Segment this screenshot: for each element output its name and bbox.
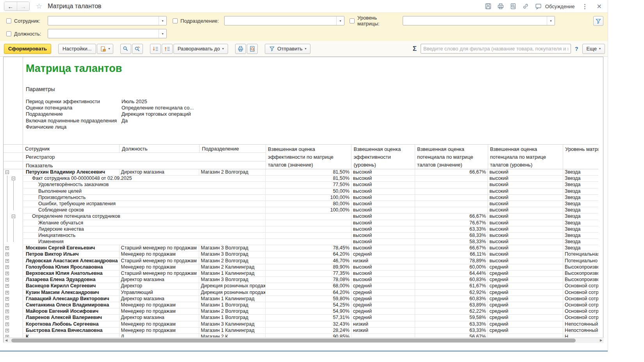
expand-group-icon[interactable]: + [5,246,9,250]
cell-matrix-level[interactable]: Потенциальная [563,251,598,258]
employee-checkbox[interactable] [6,18,11,23]
cell-eff-level[interactable]: высокий [351,277,415,283]
cell-pot-value[interactable] [415,195,488,201]
cell-pot-level[interactable]: высокий [488,182,563,188]
cell-pot-value[interactable]: 66,67% [415,213,488,220]
cell-pot-value[interactable]: 66,67% [415,169,488,176]
cell-eff-level[interactable]: низкий [351,258,415,264]
cell-eff-value[interactable]: 100,00% [266,195,351,201]
matrix-level-combobox[interactable]: ▾ [403,16,555,25]
cell-department[interactable]: Магазин 3 Волгоград [199,251,266,258]
cell-eff-value[interactable]: 64,20% [266,290,351,296]
cell-eff-value[interactable] [266,239,351,245]
cell-eff-level[interactable]: средний [351,296,415,302]
cell-pot-level[interactable]: высокий [488,213,563,220]
cell-pot-level[interactable] [488,334,563,337]
cell-matrix-level[interactable]: Звезда [563,188,598,195]
sum-sigma-icon[interactable]: Σ [413,45,417,53]
cell-eff-level[interactable]: высокий [351,264,415,271]
cell-matrix-level[interactable]: Звезда [563,213,598,220]
cell-pot-level[interactable]: высокий [488,188,563,195]
cell-eff-value[interactable]: 64,20% [266,251,351,258]
more-menu-icon[interactable]: ⋮ [580,3,590,10]
cell-department[interactable]: Магазин 3 Волгоград [199,245,266,251]
cell-pot-value[interactable]: 76,67% [415,220,488,226]
column-header-eff-level[interactable]: Взвешенная оценка эффективности (уровень… [351,145,415,169]
table-row[interactable]: Лидерские качествавысокий63,33%высокийЗв… [4,226,598,233]
cell-pot-value[interactable]: 60,83% [415,296,488,302]
cell-eff-value[interactable]: 81,50% [266,176,351,182]
cell-pot-value[interactable]: 64,44% [415,271,488,277]
cell-employee[interactable]: Верховская Юлия Анатольевна [23,271,120,277]
cell-eff-level[interactable]: высокий [351,239,415,245]
cell-eff-value[interactable] [266,233,351,239]
table-row[interactable]: −Факт сотрудника 00-00000048 от 02.09.20… [4,176,598,182]
cell-employee[interactable]: Лидерские качества [23,226,266,233]
cell-pot-value[interactable] [415,207,488,213]
cell-pot-level[interactable]: высокий [488,226,563,233]
cell-eff-value[interactable]: 100,00% [266,207,351,213]
cell-employee[interactable]: Кузин Максим Александрович [23,290,120,296]
cell-pot-value[interactable]: 58,33% [415,239,488,245]
cell-pot-level[interactable]: высокий [488,220,563,226]
cell-position[interactable]: Менеджер по продажам [120,302,200,308]
cell-employee[interactable]: Сметанкина Олеся Владимировна [23,302,120,308]
cell-eff-level[interactable]: высокий [351,182,415,188]
employee-input[interactable] [48,16,159,25]
cell-eff-level[interactable]: высокий [351,220,415,226]
cell-pot-level[interactable]: средний [488,321,563,328]
position-checkbox[interactable] [6,31,11,36]
table-row[interactable]: +КДМагазин 2 К90,85%56,67%Н [4,334,598,337]
table-row[interactable]: Удовлетворённость заказчиков77,50%высоки… [4,182,598,188]
cell-matrix-level[interactable]: Звезда [563,182,598,188]
cell-pot-level[interactable]: средний [488,290,563,296]
cell-matrix-level[interactable]: Основной сотру [563,308,598,315]
help-button[interactable]: ? [575,46,578,52]
expand-groups-button[interactable] [162,44,173,54]
expand-to-button[interactable]: Разворачивать до▾ [173,44,228,54]
cell-department[interactable]: Магазин 3 Калининград [199,321,266,328]
cell-employee[interactable]: Ледовская Анастасия Александровна [23,258,120,264]
cell-pot-level[interactable]: средний [488,264,563,271]
cell-matrix-level[interactable]: Основной сотру [563,315,598,321]
chevron-down-icon[interactable]: ▾ [336,16,344,25]
cell-pot-value[interactable]: 62,22% [415,308,488,315]
cell-eff-value[interactable]: 77,35% [266,271,351,277]
cell-eff-value[interactable]: 80,00% [266,201,351,207]
table-row[interactable]: Желание обучатьсявысокий76,67%высокийЗве… [4,220,598,226]
cell-eff-level[interactable]: низкий [351,321,415,328]
collapse-group-icon[interactable]: − [5,170,9,174]
cell-pot-level[interactable]: высокий [488,258,563,264]
cell-position[interactable]: Директор магазина [120,315,200,321]
cell-employee[interactable]: Соблюдение сроков [23,207,266,213]
cell-eff-level[interactable]: средний [351,290,415,296]
cell-employee[interactable]: Короткова Любовь Сергеевна [23,321,120,328]
cell-pot-level[interactable]: средний [488,302,563,308]
chevron-down-icon[interactable]: ▾ [547,16,555,25]
cell-employee[interactable]: Москвин Сергей Евгеньевич [23,245,120,251]
cell-pot-value[interactable]: 68,33% [415,233,488,239]
cell-employee[interactable]: Изменения [23,239,266,245]
department-input[interactable] [225,16,336,25]
cell-matrix-level[interactable]: Непостоянный [563,321,598,328]
cell-eff-value[interactable]: 57,31% [266,315,351,321]
cell-eff-level[interactable]: высокий [351,201,415,207]
cell-pot-level[interactable]: высокий [488,239,563,245]
cell-matrix-level[interactable]: Основной сотру [563,296,598,302]
cell-pot-value[interactable]: 63,33% [415,226,488,233]
cell-position[interactable]: Менеджер по продажам [120,308,200,315]
cell-eff-level[interactable]: средний [351,315,415,321]
cell-department[interactable]: Магазин 1 Волгоград [199,315,266,321]
cell-pot-value[interactable]: 66,67% [415,245,488,251]
table-row[interactable]: +Кузин Максим АлександровичУправляющийДи… [4,290,598,296]
cell-pot-level[interactable]: высокий [488,176,563,182]
cell-employee[interactable]: Главацкий Александр Викторович [23,296,120,302]
cell-pot-level[interactable]: высокий [488,195,563,201]
table-row[interactable]: +Главацкий Александр ВикторовичДиректор … [4,296,598,302]
cell-pot-level[interactable]: средний [488,283,563,289]
cell-eff-level[interactable]: низкий [351,328,415,334]
cell-matrix-level[interactable]: Потенциально н [563,258,598,264]
cell-department[interactable]: Магазин 2 Волгоград [199,258,266,264]
cell-pot-level[interactable]: средний [488,277,563,283]
cell-eff-level[interactable]: высокий [351,195,415,201]
